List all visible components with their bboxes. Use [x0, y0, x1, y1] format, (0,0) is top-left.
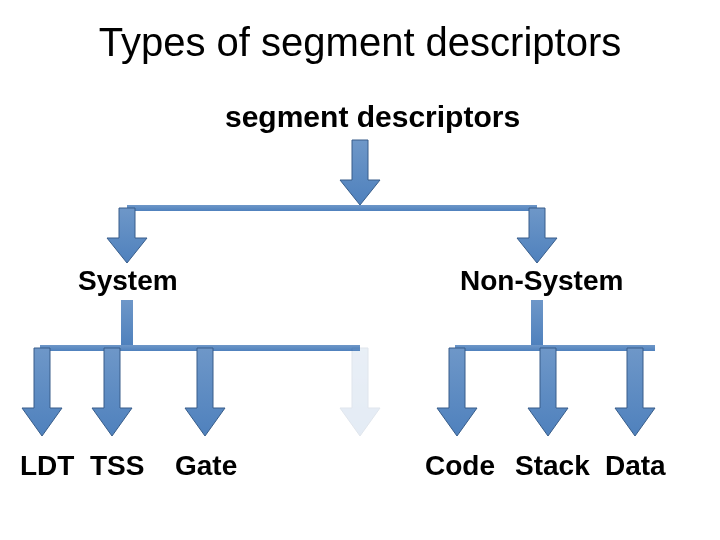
slide: Types of segment descriptors segment des… [0, 0, 720, 540]
diagram-arrows [0, 0, 720, 540]
